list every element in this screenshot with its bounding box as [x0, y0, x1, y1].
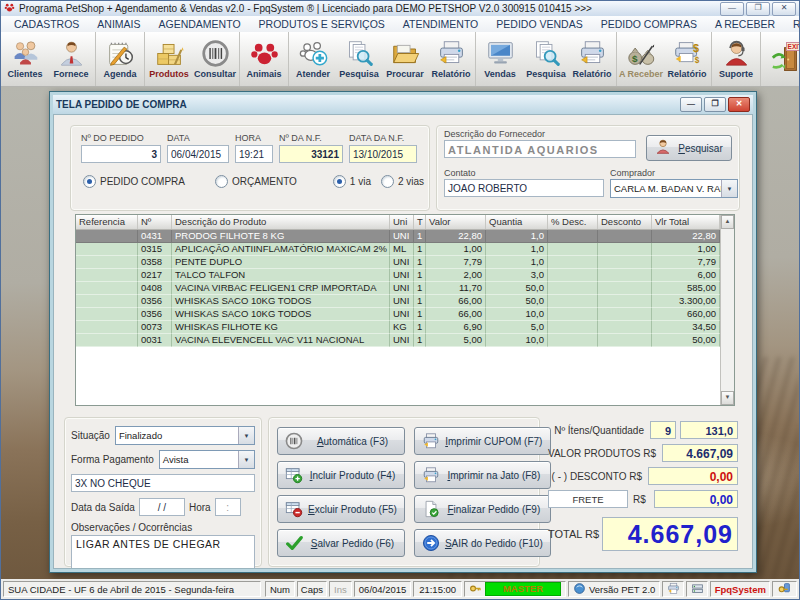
toolbar-label: A Receber: [619, 69, 663, 79]
toolbar-agenda-button[interactable]: Agenda: [97, 34, 143, 84]
buyer-combobox[interactable]: CARLA M. BADAN V. RADTKE ▼: [610, 179, 738, 198]
table-row[interactable]: 0356WHISKAS SACO 10KG TODOSUNI166,0010,0…: [76, 308, 720, 321]
cell-desc: [548, 269, 598, 282]
menu-atendimento[interactable]: ATENDIMENTO: [394, 16, 487, 32]
imprimir-na-jato-button[interactable]: Imprimir na Jato (F8): [414, 461, 551, 489]
grid-column-valor[interactable]: Valor: [426, 215, 486, 229]
cell-t: 1: [414, 269, 426, 282]
contact-label: Contato: [444, 168, 476, 178]
toolbar-vendas-button[interactable]: Vendas: [477, 34, 523, 84]
radio-pedido-compra[interactable]: [83, 175, 96, 188]
toolbar-clientes-button[interactable]: Clientes: [2, 34, 48, 84]
cell-referencia: [76, 295, 138, 308]
table-row[interactable]: 0031VACINA ELEVENCELL VAC V11 NACIONALUN…: [76, 334, 720, 347]
grid-column-n[interactable]: Nº: [138, 215, 172, 229]
status-key-panel[interactable]: [772, 581, 797, 597]
order-date-field[interactable]: 06/04/2015: [167, 145, 229, 163]
toolbar-relatorio-button[interactable]: Relatório: [569, 34, 615, 84]
salvar-pedido-button[interactable]: Salvar Pedido (F6): [277, 529, 405, 557]
menu-produtos-e-servicos[interactable]: PRODUTOS E SERVIÇOS: [250, 16, 394, 32]
cell-n: 0073: [138, 321, 172, 334]
grid-column-desconto[interactable]: Desconto: [598, 215, 652, 229]
excluir-produto-button[interactable]: Excluir Produto (F5): [277, 495, 405, 523]
situacao-combobox[interactable]: Finalizado ▼: [115, 426, 255, 445]
grid-column-uni[interactable]: Uni: [390, 215, 414, 229]
menu-relatorios[interactable]: RELATÓRIOS: [784, 16, 800, 32]
products-icon: [155, 39, 184, 68]
menu-animais[interactable]: ANIMAIS: [88, 16, 149, 32]
pagamento-obs-field[interactable]: 3X NO CHEQUE: [71, 474, 255, 492]
obs-textarea[interactable]: LIGAR ANTES DE CHEGAR: [71, 535, 255, 569]
order-time-field[interactable]: 19:21: [235, 145, 273, 163]
menu-a-receber[interactable]: A RECEBER: [706, 16, 784, 32]
app-close-button[interactable]: ✕: [772, 2, 796, 16]
radio-orcamento[interactable]: [215, 175, 228, 188]
menu-cadastros[interactable]: CADASTROS: [5, 16, 88, 32]
desconto-value: 0,00: [648, 467, 738, 485]
toolbar-a-receber-button[interactable]: $A Receber: [618, 34, 664, 84]
toolbar-atender-button[interactable]: Atender: [290, 34, 336, 84]
radio-1via[interactable]: [333, 175, 346, 188]
menu-agendamento[interactable]: AGENDAMENTO: [150, 16, 250, 32]
toolbar-relatorio-button[interactable]: Relatório: [428, 34, 474, 84]
app-minimize-button[interactable]: —: [720, 2, 744, 16]
cell-desc: [548, 243, 598, 256]
cell-t: 1: [414, 256, 426, 269]
toolbar-animais-button[interactable]: Animais: [241, 34, 287, 84]
dialog-restore-button[interactable]: ❐: [704, 97, 726, 112]
toolbar-relatorio-button[interactable]: $$Relatório: [664, 34, 710, 84]
scroll-down-icon[interactable]: ▼: [721, 391, 734, 405]
frete-value[interactable]: 0,00: [654, 490, 738, 508]
grid-scrollbar[interactable]: ▲ ▼: [720, 215, 734, 405]
finalizar-pedido-button[interactable]: Finalizar Pedido (F9): [414, 495, 551, 523]
imprimir-cupom-button[interactable]: Imprimir CUPOM (F7): [414, 427, 551, 455]
order-time-label: HORA: [235, 133, 273, 143]
pagamento-combobox[interactable]: Avista ▼: [159, 450, 255, 469]
contact-field[interactable]: JOAO ROBERTO: [444, 179, 604, 197]
table-row[interactable]: 0315APLICAÇÃO ANTIINFLAMATÓRIO MAXICAM 2…: [76, 243, 720, 256]
invoice-date-field[interactable]: 13/10/2015: [349, 145, 417, 163]
order-number-field[interactable]: 3: [81, 145, 161, 163]
toolbar-pesquisa-button[interactable]: Pesquisa: [336, 34, 382, 84]
incluir-produto-button[interactable]: Incluir Produto (F4): [277, 461, 405, 489]
menu-pedido-vendas[interactable]: PEDIDO VENDAS: [487, 16, 591, 32]
dialog-minimize-button[interactable]: —: [680, 97, 702, 112]
grid-column-t[interactable]: T: [414, 215, 426, 229]
toolbar-exit-button[interactable]: EXIT: [762, 34, 800, 84]
table-row[interactable]: 0356WHISKAS SACO 10KG TODOSUNI166,0050,0…: [76, 295, 720, 308]
supplier-field[interactable]: ATLANTIDA AQUARIOS: [444, 140, 636, 158]
app-restore-button[interactable]: ❐: [746, 2, 770, 16]
table-row[interactable]: 0073WHISKAS FILHOTE KGKG16,905,034,50: [76, 321, 720, 334]
toolbar-procurar-button[interactable]: Procurar: [382, 34, 428, 84]
sair-do-pedido-button[interactable]: SAIR do Pedido (F10): [414, 529, 551, 557]
status-printer-panel[interactable]: [662, 581, 684, 597]
status-network-panel[interactable]: [686, 581, 708, 597]
key-icon: [778, 582, 791, 597]
toolbar-pesquisa-button[interactable]: Pesquisa: [523, 34, 569, 84]
grid-column-vlr-total[interactable]: Vlr Total: [652, 215, 720, 229]
table-row[interactable]: 0358PENTE DUPLOUNI17,791,07,79: [76, 256, 720, 269]
automatica-button[interactable]: Automática (F3): [277, 427, 405, 455]
table-row[interactable]: 0408VACINA VIRBAC FELIGEN1 CRP IMPORTADA…: [76, 282, 720, 295]
search-supplier-button[interactable]: Pesquisar: [646, 135, 732, 161]
grid-column-desc[interactable]: % Desc.: [548, 215, 598, 229]
toolbar-suporte-button[interactable]: Suporte: [713, 34, 759, 84]
table-row[interactable]: 0217TALCO TALFONUNI12,003,06,00: [76, 269, 720, 282]
grid-column-descricao-do-produto[interactable]: Descrição do Produto: [172, 215, 390, 229]
scroll-up-icon[interactable]: ▲: [721, 215, 734, 229]
grid-column-referencia[interactable]: Referencia: [76, 215, 138, 229]
dialog-close-button[interactable]: ✕: [728, 97, 750, 112]
invoice-number-field[interactable]: 33121: [279, 145, 343, 163]
saida-field[interactable]: / /: [139, 498, 185, 516]
radio-2vias[interactable]: [381, 175, 394, 188]
toolbar-fornece-button[interactable]: Fornece: [48, 34, 94, 84]
menu-pedido-compras[interactable]: PEDIDO COMPRAS: [592, 16, 706, 32]
agenda-icon: [106, 39, 135, 68]
table-row[interactable]: 0431PRODOG FILHOTE 8 KGUNI122,801,022,80: [76, 230, 720, 243]
grid-column-quantia[interactable]: Quantia: [486, 215, 548, 229]
toolbar-consultar-button[interactable]: Consultar: [192, 34, 238, 84]
frete-button[interactable]: FRETE: [548, 490, 628, 508]
saida-hora-field[interactable]: :: [215, 498, 241, 516]
products-grid-body[interactable]: ReferenciaNºDescrição do ProdutoUniTValo…: [76, 215, 720, 405]
toolbar-produtos-button[interactable]: Produtos: [146, 34, 192, 84]
